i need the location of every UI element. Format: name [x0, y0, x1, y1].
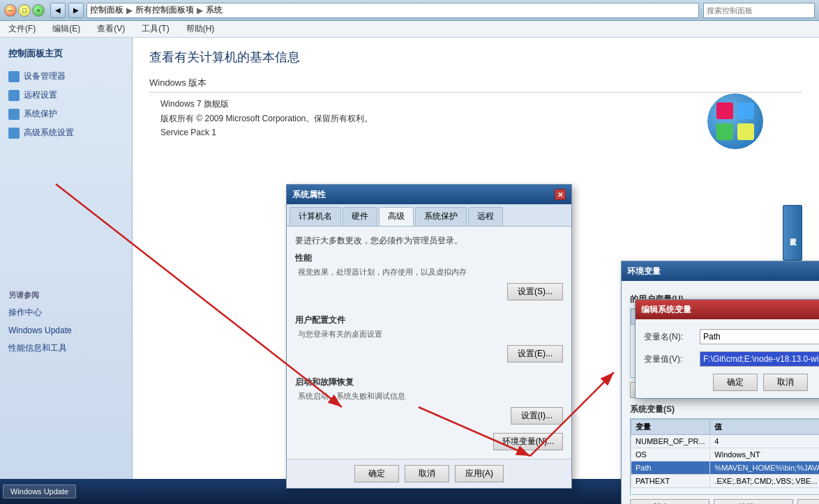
- var-value-cell: Windows_NT: [710, 448, 819, 461]
- windows-logo: [707, 93, 777, 163]
- sys-col-name: 变量: [631, 420, 710, 435]
- sys-vars-table: 变量 值 NUMBER_OF_PR...4OSWindows_NTPath%MA…: [631, 419, 819, 488]
- svg-rect-0: [716, 102, 733, 119]
- breadcrumb-part1[interactable]: 控制面板: [90, 4, 123, 16]
- tab-hardware[interactable]: 硬件: [343, 207, 377, 226]
- content-area: 查看有关计算机的基本信息 Windows 版本 Windows 7 旗舰版 版权…: [133, 38, 819, 504]
- svg-rect-2: [716, 123, 733, 140]
- profile-desc: 与您登录有关的桌面设置: [295, 329, 563, 339]
- title-bar: ─ □ × ◀ ▶ 控制面板 ▶ 所有控制面板项 ▶ 系统: [0, 0, 819, 21]
- perf-settings-button[interactable]: 设置(S)...: [507, 283, 563, 300]
- svg-rect-1: [737, 102, 754, 119]
- main-container: 控制面板主页 设备管理器 远程设置 系统保护 高级系统设置 另请参阅 操作中心 …: [0, 38, 819, 504]
- sysprop-tabs: 计算机名 硬件 高级 系统保护 远程: [287, 204, 571, 227]
- back-button[interactable]: ◀: [50, 3, 66, 18]
- perf-section-label: 性能: [295, 252, 563, 264]
- sidebar-label-device: 设备管理器: [24, 70, 66, 82]
- edit-var-dialog: 编辑系统变量 ✕ 变量名(N): 变量值(V): 确定 取消: [635, 299, 819, 399]
- table-row[interactable]: OSWindows_NT: [631, 448, 820, 461]
- var-name-label: 变量名(N):: [644, 331, 700, 343]
- menu-bar: 文件(F) 编辑(E) 查看(V) 工具(T) 帮助(H): [0, 21, 819, 38]
- sysprop-apply-button[interactable]: 应用(A): [455, 465, 504, 482]
- copyright-text: 版权所有 © 2009 Microsoft Corporation。保留所有权利…: [149, 113, 802, 125]
- window-controls: ─ □ ×: [4, 4, 45, 17]
- tab-advanced[interactable]: 高级: [379, 207, 414, 226]
- windows-logo-circle: [707, 93, 763, 149]
- startup-desc: 系统启动、系统失败和调试信息: [295, 391, 563, 402]
- admin-warning: 要进行大多数更改，您必须作为管理员登录。: [295, 235, 563, 247]
- sys-vars-scrollbox[interactable]: 变量 值 NUMBER_OF_PR...4OSWindows_NTPath%MA…: [630, 418, 819, 495]
- sys-new-button[interactable]: 新建(W)...: [630, 499, 709, 504]
- var-value-input[interactable]: [700, 351, 819, 367]
- env-var-button[interactable]: 环境变量(N)...: [493, 433, 563, 450]
- sidebar: 控制面板主页 设备管理器 远程设置 系统保护 高级系统设置 另请参阅 操作中心 …: [0, 38, 133, 504]
- var-name-cell: NUMBER_OF_PR...: [631, 435, 710, 448]
- var-name-cell: PATHEXT: [631, 475, 710, 488]
- startup-section-label: 启动和故障恢复: [295, 376, 563, 388]
- sidebar-item-performance[interactable]: 性能信息和工具: [0, 339, 132, 358]
- tab-remote[interactable]: 远程: [468, 207, 503, 226]
- sysprop-title-bar: 系统属性 ✕: [287, 185, 571, 204]
- breadcrumb-part3[interactable]: 系统: [206, 4, 223, 16]
- performance-label: 性能信息和工具: [8, 342, 67, 354]
- sidebar-label-remote: 远程设置: [24, 89, 57, 101]
- sys-vars-section: 系统变量(S): [630, 404, 819, 415]
- edit-title-bar: 编辑系统变量 ✕: [636, 300, 819, 319]
- edit-title-text: 编辑系统变量: [641, 304, 691, 316]
- tab-system-protection[interactable]: 系统保护: [415, 207, 467, 226]
- sysprop-body: 要进行大多数更改，您必须作为管理员登录。 性能 视觉效果，处理器计划，内存使用，…: [287, 227, 571, 459]
- menu-view[interactable]: 查看(V): [94, 22, 128, 36]
- menu-file[interactable]: 文件(F): [6, 22, 38, 36]
- sys-delete-button[interactable]: 删除(L): [797, 499, 819, 504]
- system-properties-dialog: 系统属性 ✕ 计算机名 硬件 高级 系统保护 远程 要进行大多数更改，您必须作为…: [286, 184, 572, 489]
- envvar-title-bar: 环境变量 ✕: [622, 261, 819, 281]
- windows-edition: Windows 7 旗舰版: [149, 98, 802, 110]
- var-name-input[interactable]: [700, 329, 819, 344]
- forward-button[interactable]: ▶: [68, 3, 84, 18]
- taskbar-windows-update[interactable]: Windows Update: [3, 484, 76, 498]
- sidebar-item-device-manager[interactable]: 设备管理器: [0, 67, 132, 86]
- sidebar-title[interactable]: 控制面板主页: [0, 43, 132, 67]
- table-row[interactable]: NUMBER_OF_PR...4: [631, 435, 820, 448]
- search-input[interactable]: [703, 3, 815, 18]
- edit-cancel-button[interactable]: 取消: [763, 374, 808, 391]
- tab-computer-name[interactable]: 计算机名: [290, 207, 341, 226]
- action-center-label: 操作中心: [8, 307, 42, 319]
- close-button[interactable]: ×: [32, 4, 45, 17]
- var-value-cell: .EXE;.BAT;.CMD;.VBS;.VBE...: [710, 475, 819, 488]
- sidebar-item-protection[interactable]: 系统保护: [0, 105, 132, 123]
- sys-edit-button[interactable]: 编辑(I)...: [714, 499, 793, 504]
- profile-settings-button[interactable]: 设置(E)...: [507, 345, 563, 362]
- sidebar-item-windows-update[interactable]: Windows Update: [0, 322, 132, 339]
- sysprop-ok-button[interactable]: 确定: [354, 465, 399, 482]
- edit-ok-button[interactable]: 确定: [713, 374, 758, 391]
- startup-settings-button[interactable]: 设置(I)...: [511, 407, 563, 425]
- sidebar-item-remote[interactable]: 远程设置: [0, 86, 132, 105]
- edit-body: 变量名(N): 变量值(V): 确定 取消: [636, 319, 819, 398]
- maximize-button[interactable]: □: [18, 4, 31, 17]
- var-value-cell: 4: [710, 435, 819, 448]
- minimize-button[interactable]: ─: [4, 4, 17, 17]
- sidebar-label-advanced: 高级系统设置: [24, 127, 74, 139]
- envvar-title-text: 环境变量: [627, 266, 661, 277]
- sysprop-close-button[interactable]: ✕: [555, 189, 566, 200]
- sysprop-title-text: 系统属性: [292, 189, 326, 201]
- sidebar-item-action-center[interactable]: 操作中心: [0, 303, 132, 322]
- change-settings-button[interactable]: 更改设置: [783, 205, 802, 261]
- sysprop-footer: 确定 取消 应用(A): [287, 459, 571, 488]
- table-row[interactable]: PATHEXT.EXE;.BAT;.CMD;.VBS;.VBE...: [631, 475, 820, 488]
- menu-tools[interactable]: 工具(T): [139, 22, 172, 36]
- address-bar: 控制面板 ▶ 所有控制面板项 ▶ 系统: [87, 3, 699, 18]
- var-value-label: 变量值(V):: [644, 353, 700, 365]
- perf-desc: 视觉效果，处理器计划，内存使用，以及虚拟内存: [295, 267, 563, 277]
- sysprop-cancel-button[interactable]: 取消: [405, 465, 449, 482]
- edit-footer: 确定 取消: [636, 374, 819, 391]
- device-manager-icon: [8, 71, 20, 82]
- shield-icon: [8, 109, 20, 120]
- menu-edit[interactable]: 编辑(E): [50, 22, 83, 36]
- sidebar-item-advanced[interactable]: 高级系统设置: [0, 123, 132, 142]
- sys-col-value: 值: [710, 420, 819, 435]
- table-row[interactable]: Path%MAVEN_HOME%\bin;%JAVA_HOME%\bi...: [631, 461, 820, 475]
- breadcrumb-part2[interactable]: 所有控制面板项: [135, 4, 194, 16]
- menu-help[interactable]: 帮助(H): [183, 22, 218, 36]
